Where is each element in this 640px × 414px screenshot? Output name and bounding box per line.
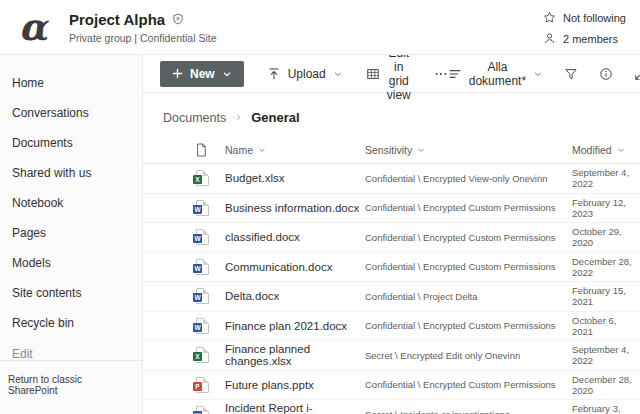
file-type-column-icon[interactable] (183, 143, 225, 157)
file-sensitivity-label: Confidential \ Encrypted Custom Permissi… (365, 320, 572, 331)
sensitivity-label-icon (172, 13, 184, 25)
ellipsis-icon (434, 67, 448, 81)
sharepoint-site-page: α Project Alpha Private group | Confiden… (0, 0, 640, 414)
info-button[interactable] (599, 67, 613, 81)
file-sensitivity-label: Confidential \ Encrypted View-only Onevi… (365, 173, 572, 184)
sidebar-item-models[interactable]: Models (0, 248, 142, 278)
info-icon (599, 67, 613, 81)
file-modified-date: February 15, 2021 (572, 285, 640, 307)
person-icon (543, 32, 556, 45)
filter-button[interactable] (564, 67, 578, 81)
file-modified-date: October 29, 2020 (572, 226, 640, 248)
column-header-name[interactable]: Name (225, 144, 365, 156)
column-header-sensitivity[interactable]: Sensitivity (365, 144, 572, 156)
file-modified-date: September 4, 2022 (572, 167, 640, 189)
file-sensitivity-label: Confidential \ Encrypted Custom Permissi… (365, 202, 572, 213)
view-selector-label: Alla dokument* (469, 60, 526, 88)
sidebar-item-conversations[interactable]: Conversations (0, 98, 142, 128)
table-row[interactable]: W Communication.docx Confidential \ Encr… (143, 253, 640, 283)
file-name-link[interactable]: classified.docx (225, 231, 365, 243)
document-library: Name Sensitivity Modified (143, 137, 640, 414)
chevron-right-icon (234, 113, 243, 122)
table-row[interactable]: W Finance plan 2021.docx Confidential \ … (143, 312, 640, 342)
file-name-link[interactable]: Business information.docx (225, 202, 365, 214)
table-row[interactable]: W Incident Report i-234612.docx Secret \… (143, 400, 640, 414)
file-sensitivity-label: Confidential \ Project Delta (365, 291, 572, 302)
file-modified-date: October 6, 2021 (572, 315, 640, 337)
sidebar-item-site-contents[interactable]: Site contents (0, 278, 142, 308)
classic-sharepoint-link[interactable]: Return to classic SharePoint (0, 360, 142, 414)
table-row[interactable]: X Finance planned changes.xlsx Secret \ … (143, 341, 640, 371)
table-row[interactable]: W classified.docx Confidential \ Encrypt… (143, 223, 640, 253)
file-name-link[interactable]: Budget.xlsx (225, 172, 365, 184)
expand-icon (634, 67, 640, 81)
chevron-down-icon (222, 69, 232, 79)
more-commands-button[interactable] (434, 67, 448, 81)
table-row[interactable]: W Business information.docx Confidential… (143, 194, 640, 224)
file-sensitivity-label: Confidential \ Encrypted Custom Permissi… (365, 261, 572, 272)
breadcrumb: Documents General (143, 93, 640, 137)
site-logo-letter: α (19, 5, 47, 49)
sidebar-item-pages[interactable]: Pages (0, 218, 142, 248)
chevron-down-icon (417, 146, 425, 154)
site-logo[interactable]: α (10, 4, 56, 50)
plus-icon (172, 68, 183, 79)
file-modified-date: September 4, 2022 (572, 344, 640, 366)
sidebar-item-home[interactable]: Home (0, 68, 142, 98)
upload-button[interactable]: Upload (267, 67, 343, 81)
file-modified-date: December 28, 2022 (572, 256, 640, 278)
fullscreen-button[interactable] (634, 67, 640, 81)
sidebar-items: Home Conversations Documents Shared with… (0, 68, 142, 338)
file-modified-date: December 28, 2020 (572, 374, 640, 396)
view-selector[interactable]: Alla dokument* (448, 60, 543, 88)
new-button[interactable]: New (160, 61, 244, 87)
command-bar-right: Alla dokument* (448, 60, 640, 88)
table-row[interactable]: P Future plans.pptx Confidential \ Encry… (143, 371, 640, 401)
site-header: α Project Alpha Private group | Confiden… (0, 0, 640, 55)
table-row[interactable]: X Budget.xlsx Confidential \ Encrypted V… (143, 164, 640, 194)
word-file-icon: W (196, 406, 209, 414)
sidebar-nav: Home Conversations Documents Shared with… (0, 55, 143, 414)
table-row[interactable]: W Delta.docx Confidential \ Project Delt… (143, 282, 640, 312)
word-file-icon: W (196, 229, 209, 245)
sidebar-item-recycle-bin[interactable]: Recycle bin (0, 308, 142, 338)
chevron-down-icon (533, 69, 543, 79)
file-name-link[interactable]: Incident Report i-234612.docx (225, 402, 365, 414)
file-name-link[interactable]: Delta.docx (225, 290, 365, 302)
file-name-link[interactable]: Finance plan 2021.docx (225, 320, 365, 332)
site-title-block: Project Alpha Private group | Confidenti… (69, 11, 216, 44)
chevron-down-icon (258, 146, 266, 154)
breadcrumb-documents[interactable]: Documents (163, 111, 226, 125)
grid-icon (366, 67, 380, 81)
column-header-modified[interactable]: Modified (572, 144, 640, 156)
file-name-link[interactable]: Communication.docx (225, 261, 365, 273)
follow-label: Not following (563, 12, 626, 24)
site-title[interactable]: Project Alpha (69, 11, 165, 28)
upload-icon (267, 67, 281, 81)
header-actions: Not following 2 members (543, 9, 626, 45)
file-modified-date: February 3, 2022 (572, 403, 640, 414)
members-label: 2 members (563, 33, 618, 45)
upload-label: Upload (288, 67, 326, 81)
members-button[interactable]: 2 members (543, 32, 618, 45)
command-bar: New Upload (143, 55, 640, 93)
file-name-link[interactable]: Future plans.pptx (225, 379, 365, 391)
excel-file-icon: X (196, 170, 209, 186)
breadcrumb-current-folder: General (251, 110, 299, 125)
file-sensitivity-label: Confidential \ Encrypted Custom Permissi… (365, 232, 572, 243)
file-name-link[interactable]: Finance planned changes.xlsx (225, 343, 365, 367)
file-sensitivity-label: Secret \ Incidents or investigations (365, 409, 572, 414)
sidebar-item-shared-with-us[interactable]: Shared with us (0, 158, 142, 188)
sidebar-item-notebook[interactable]: Notebook (0, 188, 142, 218)
chevron-down-icon (333, 69, 343, 79)
follow-button[interactable]: Not following (543, 11, 626, 24)
funnel-icon (564, 67, 578, 81)
word-file-icon: W (196, 288, 209, 304)
file-modified-date: February 12, 2023 (572, 197, 640, 219)
table-header: Name Sensitivity Modified (143, 137, 640, 164)
site-subtitle: Private group | Confidential Site (69, 32, 216, 44)
sidebar-item-documents[interactable]: Documents (0, 128, 142, 158)
excel-file-icon: X (196, 347, 209, 363)
file-sensitivity-label: Confidential \ Encrypted Custom Permissi… (365, 379, 572, 390)
chevron-down-icon (617, 146, 625, 154)
